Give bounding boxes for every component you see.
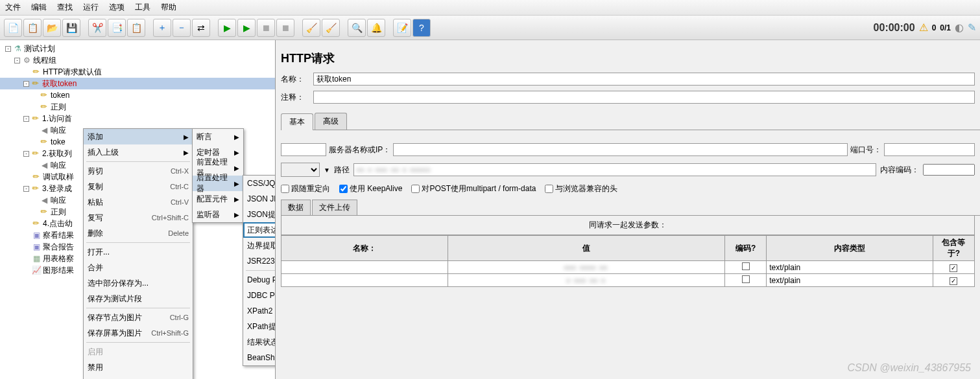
cm-css[interactable]: CSS/JQuery提取器 [243, 176, 276, 191]
col-enc[interactable]: 编码? [725, 236, 767, 261]
tree-root[interactable]: -⚗测试计划 [0, 43, 275, 54]
cm-add[interactable]: 添加▶ [84, 129, 193, 144]
globe-icon[interactable]: ◐ [955, 21, 964, 34]
cm-listen[interactable]: 监听器▶ [193, 207, 243, 222]
cm-result[interactable]: 结果状态处理器 [243, 334, 276, 350]
stop-icon[interactable]: ⏹ [257, 19, 275, 37]
cut-icon[interactable]: ✂️ [88, 19, 106, 37]
tree-item[interactable]: ✎正则 [0, 101, 275, 113]
tab-advanced[interactable]: 高级 [315, 113, 347, 130]
cm-jsr[interactable]: JSR223 PostProcessor [243, 253, 276, 269]
clearall-icon[interactable]: 🧹 [322, 19, 340, 37]
menu-edit[interactable]: 编辑 [31, 2, 47, 13]
col-val[interactable]: 值 [448, 236, 725, 261]
enc-checkbox[interactable] [742, 262, 750, 270]
flask-icon: ⚗ [12, 43, 23, 54]
pipette-icon: ✎ [29, 146, 43, 161]
cm-debug[interactable]: Debug PostProcessor [243, 272, 276, 288]
pipette-icon: ✎ [37, 135, 52, 150]
protocol-input[interactable] [281, 143, 326, 156]
tab-basic[interactable]: 基本 [281, 113, 313, 130]
cm-jmes[interactable]: JSON JMESPath Extractor [243, 191, 276, 207]
subtab-data[interactable]: 数据 [281, 200, 311, 215]
cm-save-node[interactable]: 保存节点为图片Ctrl-G [84, 310, 193, 325]
new-icon[interactable]: 📄 [4, 19, 22, 37]
tree-item[interactable]: -✎1.访问首 [0, 113, 275, 124]
col-name[interactable]: 名称： [281, 236, 448, 261]
play-next-icon[interactable]: ▶ [237, 19, 256, 37]
cm-toggle[interactable]: 切换Ctrl-T [84, 375, 193, 379]
tree-group[interactable]: -⚙线程组 [0, 54, 275, 66]
cm-post[interactable]: 后置处理器▶ [193, 176, 243, 191]
menu-run[interactable]: 运行 [83, 2, 99, 13]
col-eq[interactable]: 包含等于? [933, 236, 974, 261]
cm-delete[interactable]: 删除Delete [84, 225, 193, 241]
shutdown-icon[interactable]: ⏹ [276, 19, 294, 37]
enc-checkbox[interactable] [742, 275, 750, 283]
cm-cut[interactable]: 剪切Ctrl-X [84, 163, 193, 179]
method-select[interactable] [281, 163, 320, 177]
port-input[interactable] [884, 143, 975, 156]
chk-keepalive[interactable]: 使用 KeepAlive [339, 183, 402, 194]
cm-disable[interactable]: 禁用 [84, 360, 193, 375]
cm-config[interactable]: 配置元件▶ [193, 191, 243, 207]
param-row[interactable]: ▪▪▪ ▪▪▪▪ ▪▪ text/plain [281, 261, 975, 274]
menu-tools[interactable]: 工具 [135, 2, 150, 13]
cm-boundary[interactable]: 边界提取器 [243, 238, 276, 253]
eq-checkbox[interactable] [950, 264, 957, 272]
cm-save-frag[interactable]: 保存为测试片段 [84, 291, 193, 306]
menubar: 文件 编辑 查找 运行 选项 工具 帮助 [0, 0, 980, 16]
save-icon[interactable]: 💾 [62, 19, 80, 37]
subtab-file[interactable]: 文件上传 [312, 200, 357, 215]
cm-merge[interactable]: 合并 [84, 260, 193, 275]
play-icon[interactable]: ▶ [218, 19, 236, 37]
col-type[interactable]: 内容类型 [767, 236, 933, 261]
menu-options[interactable]: 选项 [109, 2, 125, 13]
paste-icon[interactable]: 📋 [127, 19, 145, 37]
cm-xpath2[interactable]: XPath2 Extractor [243, 303, 276, 319]
cm-xpath[interactable]: XPath提取器 [243, 319, 276, 334]
cm-dup[interactable]: 复写Ctrl+Shift-C [84, 210, 193, 225]
param-row[interactable]: ▪ ▪▪▪ ▪▪ ▪ text/plain [281, 274, 975, 287]
copy-icon[interactable]: 📑 [108, 19, 126, 37]
reset-search-icon[interactable]: 🔔 [367, 19, 385, 37]
minus-icon[interactable]: － [173, 19, 191, 37]
cm-save-screen[interactable]: 保存屏幕为图片Ctrl+Shift-G [84, 325, 193, 341]
chk-multipart[interactable]: 对POST使用multipart / form-data [411, 183, 536, 194]
report-icon: ▣ [31, 242, 42, 252]
open-icon[interactable]: 📂 [43, 19, 61, 37]
cm-json[interactable]: JSON提取器 [243, 207, 276, 222]
cm-open[interactable]: 打开... [84, 244, 193, 260]
server-input[interactable] [393, 143, 848, 156]
menu-find[interactable]: 查找 [57, 2, 73, 13]
warn-count: 0 [932, 23, 937, 32]
chk-browser[interactable]: 与浏览器兼容的头 [545, 183, 617, 194]
cm-copy[interactable]: 复制Ctrl-C [84, 179, 193, 194]
cm-regex[interactable]: 正则表达式提取器 [243, 222, 276, 238]
cm-insert[interactable]: 插入上级▶ [84, 144, 193, 160]
clear-icon[interactable]: 🧹 [302, 19, 320, 37]
tree-item-selected[interactable]: -✎获取token [0, 78, 275, 89]
cm-assert[interactable]: 断言▶ [193, 129, 243, 144]
template-icon[interactable]: 📋 [23, 19, 42, 37]
comment-input[interactable] [313, 91, 975, 104]
name-input[interactable] [313, 73, 975, 86]
plus-icon[interactable]: ＋ [153, 19, 171, 37]
menu-help[interactable]: 帮助 [161, 2, 176, 13]
path-input[interactable]: ▪▪ ▪ ▪▪▪ ▪▪ ▪ ▪▪▪▪▪ [353, 163, 876, 176]
tree-item[interactable]: ✎HTTP请求默认值 [0, 66, 275, 78]
function-icon[interactable]: 📝 [393, 19, 411, 37]
feather-icon[interactable]: ✎ [968, 21, 976, 34]
menu-file[interactable]: 文件 [5, 2, 21, 13]
chk-redirect[interactable]: 跟随重定向 [281, 183, 330, 194]
cm-jdbc[interactable]: JDBC PostProcessor [243, 288, 276, 303]
toggle-icon[interactable]: ⇄ [192, 19, 210, 37]
cm-paste[interactable]: 粘贴Ctrl-V [84, 194, 193, 210]
search-icon[interactable]: 🔍 [348, 19, 366, 37]
eq-checkbox[interactable] [950, 277, 957, 285]
cm-bean[interactable]: BeanShell PostProcessor [243, 350, 276, 365]
help-icon[interactable]: ? [412, 19, 431, 37]
cm-save-sel[interactable]: 选中部分保存为... [84, 275, 193, 291]
encode-input[interactable] [923, 164, 975, 176]
tree-item[interactable]: ✎token [0, 89, 275, 101]
